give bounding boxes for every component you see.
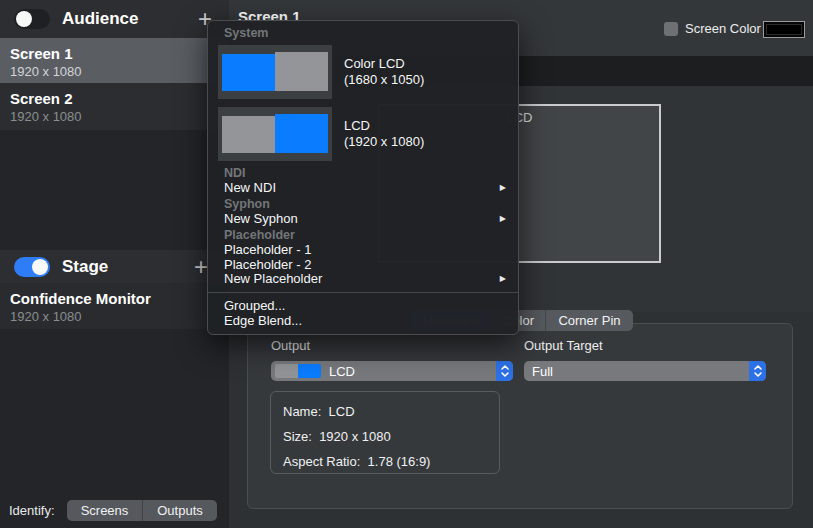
info-size-label: Size: (283, 429, 312, 444)
submenu-arrow-icon: ▶ (500, 272, 506, 287)
info-aspect-label: Aspect Ratio: (283, 454, 360, 469)
menu-section-ndi: NDI (208, 165, 518, 181)
screen-resolution: 1920 x 1080 (10, 63, 219, 80)
display-name: Color LCD (344, 56, 424, 72)
audience-toggle[interactable] (14, 9, 50, 29)
menu-item-color-lcd[interactable]: Color LCD (1680 x 1050) (208, 41, 518, 103)
stage-section-header: Stage + (0, 250, 229, 283)
info-aspect-row: Aspect Ratio: 1.78 (16:9) (283, 449, 487, 474)
menu-item-label: Placeholder - 1 (224, 243, 311, 258)
output-dropdown[interactable]: LCD (271, 361, 513, 381)
menu-display-label: Color LCD (1680 x 1050) (344, 56, 424, 88)
tab-corner-pin[interactable]: Corner Pin (545, 310, 633, 331)
toggle-knob (32, 259, 48, 275)
screen-name: Screen 1 (10, 44, 219, 63)
menu-item-new-syphon[interactable]: New Syphon ▶ (208, 212, 518, 227)
menu-item-label: Grouped... (224, 299, 285, 314)
dropdown-chevrons-icon (496, 361, 513, 381)
submenu-arrow-icon: ▶ (500, 181, 506, 196)
display-resolution: (1680 x 1050) (344, 72, 424, 88)
info-name-value: LCD (329, 404, 355, 419)
thumbnail-other-display (275, 364, 298, 378)
audience-section-header: Audience + (0, 0, 229, 38)
menu-item-label: Edge Blend... (224, 314, 302, 329)
menu-item-grouped[interactable]: Grouped... (208, 299, 518, 314)
menu-section-placeholder: Placeholder (208, 227, 518, 243)
output-target-label: Output Target (524, 338, 603, 353)
thumbnail-highlighted-display (222, 54, 275, 91)
info-size-row: Size: 1920 x 1080 (283, 424, 487, 449)
thumbnail-other-display (275, 52, 328, 91)
screen-color-well[interactable] (763, 21, 805, 38)
display-arrangement-thumbnail (218, 107, 332, 161)
identify-outputs-button[interactable]: Outputs (142, 500, 217, 521)
thumbnail-highlighted-display (275, 114, 328, 153)
display-name: LCD (344, 118, 424, 134)
thumbnail-other-display (222, 116, 275, 153)
add-screen-context-menu: System Color LCD (1680 x 1050) LCD (1920… (207, 20, 519, 335)
menu-section-system: System (208, 25, 518, 41)
menu-item-new-ndi[interactable]: New NDI ▶ (208, 181, 518, 196)
menu-section-syphon: Syphon (208, 196, 518, 212)
color-swatch (766, 24, 802, 35)
display-info-box: Name: LCD Size: 1920 x 1080 Aspect Ratio… (270, 391, 500, 474)
hardware-groupbox: Output LCD Output Target Full Name: (247, 323, 793, 509)
menu-item-label: Placeholder - 2 (224, 258, 311, 273)
menu-item-placeholder-1[interactable]: Placeholder - 1 (208, 243, 518, 258)
screen-list-item[interactable]: Screen 1 1920 x 1080 (0, 38, 229, 83)
screens-configuration-window: Audience + Screen 1 1920 x 1080 Screen 2… (0, 0, 813, 528)
output-target-value: Full (532, 364, 553, 379)
submenu-arrow-icon: ▶ (500, 212, 506, 227)
output-target-dropdown[interactable]: Full (524, 361, 766, 381)
menu-display-label: LCD (1920 x 1080) (344, 118, 424, 150)
screen-list-item[interactable]: Confidence Monitor 1920 x 1080 (0, 283, 229, 329)
info-size-value: 1920 x 1080 (319, 429, 391, 444)
screen-color-label: Screen Color (685, 21, 761, 36)
output-value: LCD (329, 364, 355, 379)
menu-item-label: New NDI (224, 181, 276, 196)
identify-screens-button[interactable]: Screens (67, 500, 142, 521)
menu-item-placeholder-2[interactable]: Placeholder - 2 (208, 258, 518, 273)
menu-separator (208, 292, 518, 293)
audience-section-title: Audience (62, 9, 139, 29)
toggle-knob (16, 11, 32, 27)
screen-resolution: 1920 x 1080 (10, 308, 219, 325)
screen-resolution: 1920 x 1080 (10, 108, 219, 125)
menu-item-label: New Placeholder (224, 272, 322, 287)
menu-item-lcd[interactable]: LCD (1920 x 1080) (208, 103, 518, 165)
screen-list-item[interactable]: Screen 2 1920 x 1080 (0, 83, 229, 130)
screen-name: Screen 2 (10, 89, 219, 108)
menu-item-edge-blend[interactable]: Edge Blend... (208, 314, 518, 329)
info-aspect-value: 1.78 (16:9) (368, 454, 431, 469)
display-arrangement-thumbnail (218, 45, 332, 99)
identify-segmented-control: Screens Outputs (67, 500, 217, 521)
identify-bar: Identify: Screens Outputs (0, 493, 229, 528)
sidebar: Audience + Screen 1 1920 x 1080 Screen 2… (0, 0, 229, 528)
screen-name: Confidence Monitor (10, 289, 219, 308)
thumbnail-selected-display (298, 364, 321, 378)
menu-item-new-placeholder[interactable]: New Placeholder ▶ (208, 272, 518, 287)
identify-label: Identify: (9, 503, 55, 518)
output-display-thumbnail (275, 364, 321, 378)
info-name-row: Name: LCD (283, 399, 487, 424)
menu-item-label: New Syphon (224, 212, 298, 227)
dropdown-chevrons-icon (749, 361, 766, 381)
screen-color-checkbox[interactable] (664, 22, 678, 36)
output-label: Output (271, 338, 310, 353)
info-name-label: Name: (283, 404, 321, 419)
stage-toggle[interactable] (14, 257, 50, 277)
stage-section-title: Stage (62, 257, 108, 277)
display-resolution: (1920 x 1080) (344, 134, 424, 150)
